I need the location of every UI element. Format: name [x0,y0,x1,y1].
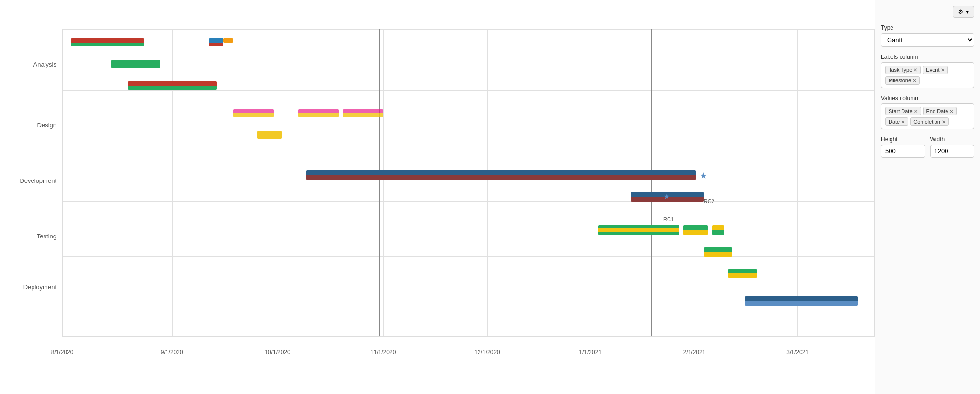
grid-line-h-5 [63,312,874,312]
milestone-line-meeting: Meeting with Stakeholders [379,29,380,336]
tag-start-date-label: Start Date [889,108,913,114]
tag-end-date-remove[interactable]: ✕ [949,109,953,114]
tag-milestone: Milestone ✕ [885,76,920,85]
x-label-4: 12/1/2020 [474,349,500,356]
grid-line-v-2 [278,29,278,336]
tag-date-label: Date [889,119,900,124]
bar-design-1b [298,109,339,117]
tag-end-date: End Date ✕ [923,107,957,115]
tag-completion: Completion ✕ [910,117,949,126]
height-group: Height [881,136,925,158]
grid-line-v-3 [383,29,384,336]
milestone-line-payment: Payment [651,29,652,336]
gear-icon: ⚙ [958,8,964,15]
width-label: Width [930,136,975,143]
tag-date-remove[interactable]: ✕ [901,119,905,124]
y-axis-labels: Analysis Design Development Testing Depl… [0,29,62,356]
tag-start-date: Start Date ✕ [885,107,921,115]
tag-milestone-remove[interactable]: ✕ [913,78,916,83]
bar-testing-1a [598,225,679,235]
y-label-analysis: Analysis [0,32,62,98]
x-label-0: 8/1/2020 [51,349,74,356]
tag-task-type-label: Task Type [889,67,912,73]
tag-task-type: Task Type ✕ [885,66,921,74]
grid-line-h-2 [63,146,874,146]
tag-milestone-label: Milestone [889,78,911,83]
x-label-2: 10/1/2020 [265,349,290,356]
grid-line-v-8 [874,29,875,336]
milestone-star-rc1: ★ [663,192,670,201]
type-section: Type Gantt Bar Line [881,24,974,47]
y-label-development: Development [0,153,62,208]
sidebar: ⚙ ▾ Type Gantt Bar Line Labels column Ta… [875,0,980,394]
gantt-wrapper: Analysis Design Development Testing Depl… [0,10,875,365]
labels-column-section: Labels column Task Type ✕ Event ✕ Milest… [881,54,974,88]
type-label: Type [881,24,974,31]
bar-development-main [306,170,696,180]
height-label: Height [881,136,925,143]
grid-line-v-7 [797,29,798,336]
tag-end-date-label: End Date [926,108,948,114]
settings-button[interactable]: ⚙ ▾ [953,6,974,18]
x-label-6: 2/1/2021 [683,349,706,356]
grid-line-h-6 [63,336,874,337]
bar-design-1a [233,109,274,117]
y-label-design: Design [0,97,62,153]
x-label-1: 9/1/2020 [161,349,183,356]
x-axis: 8/1/2020 9/1/2020 10/1/2020 11/1/2020 12… [62,341,875,356]
tag-completion-label: Completion [913,119,940,124]
tag-event: Event ✕ [923,66,948,74]
main-container: Analysis Design Development Testing Depl… [0,0,980,394]
grid-line-v-0 [63,29,63,336]
grid-line-h-3 [63,201,874,202]
grid-line-h-4 [63,256,874,257]
chart-grid: Meeting with Stakeholders Payment [62,29,875,337]
grid-line-v-4 [487,29,488,336]
x-label-3: 11/1/2020 [370,349,396,356]
values-tag-container: Start Date ✕ End Date ✕ Date ✕ Completio… [881,103,974,129]
tag-date: Date ✕ [885,117,908,126]
grid-line-h-0 [63,29,874,30]
chart-area: Analysis Design Development Testing Depl… [0,0,875,394]
tag-event-remove[interactable]: ✕ [941,68,945,73]
labels-tag-container: Task Type ✕ Event ✕ Milestone ✕ [881,62,974,88]
y-label-testing: Testing [0,208,62,264]
grid-line-v-6 [694,29,694,336]
bar-testing-1b [683,225,708,235]
milestone-star-rc2: ★ [700,170,707,181]
bar-testing-2a [704,247,732,257]
milestone-label-rc2: RC2 [704,198,714,204]
tag-completion-remove[interactable]: ✕ [942,119,946,124]
type-select[interactable]: Gantt Bar Line [881,33,974,47]
labels-column-label: Labels column [881,54,974,60]
y-label-deployment: Deployment [0,264,62,310]
bar-analysis-1b [209,38,233,46]
tag-start-date-remove[interactable]: ✕ [914,109,918,114]
chevron-down-icon: ▾ [966,8,969,15]
grid-line-h-1 [63,90,874,91]
milestone-label-rc1: RC1 [663,216,674,222]
width-group: Width [930,136,975,158]
bar-deployment-main [745,296,858,306]
grid-line-v-1 [172,29,173,336]
x-label-7: 3/1/2021 [786,349,809,356]
x-label-5: 1/1/2021 [579,349,601,356]
bar-testing-1c [712,225,724,235]
values-column-section: Values column Start Date ✕ End Date ✕ Da… [881,95,974,129]
values-column-label: Values column [881,95,974,101]
dimension-section: Height Width [881,136,974,158]
height-input[interactable] [881,145,925,158]
bar-analysis-2a [111,60,160,68]
tag-event-label: Event [926,67,939,73]
bar-design-2a [257,131,282,139]
tag-task-type-remove[interactable]: ✕ [913,68,917,73]
grid-line-v-5 [590,29,590,336]
bar-analysis-1a [71,38,144,46]
bar-design-1c [343,109,383,117]
width-input[interactable] [930,145,975,158]
bar-testing-3a [728,269,757,278]
bar-analysis-3a [128,81,217,90]
